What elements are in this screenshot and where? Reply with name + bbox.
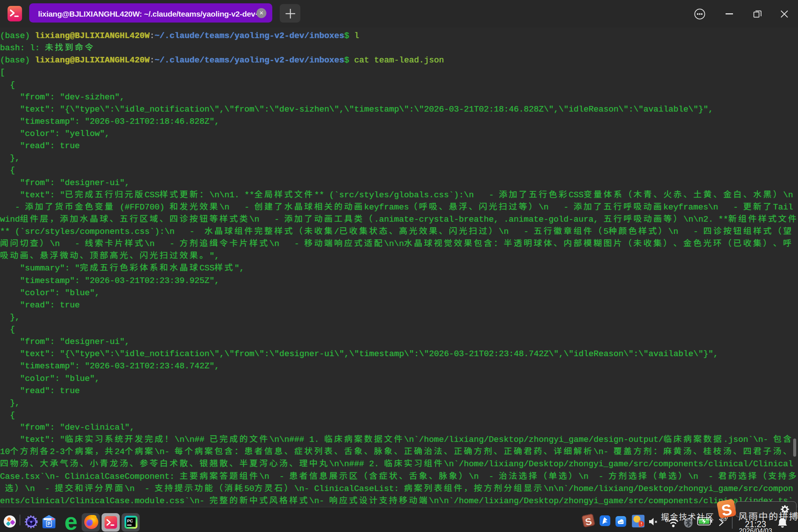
svg-text:PC: PC — [127, 519, 133, 523]
svg-text:P: P — [47, 521, 50, 526]
